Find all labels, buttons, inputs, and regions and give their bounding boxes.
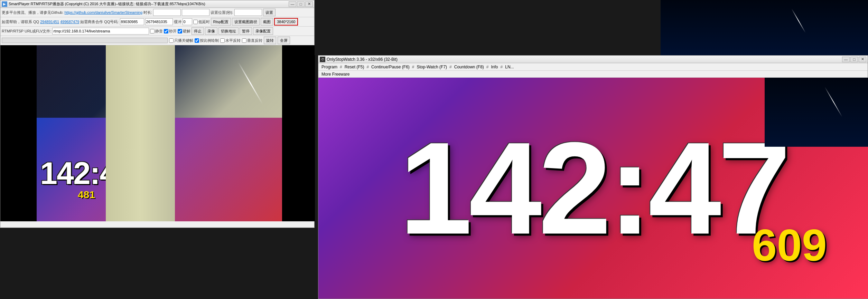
menu-continue-pause[interactable]: Continue/Pause (F6) [370, 64, 411, 70]
lowdelay-label: 低延时 [198, 19, 210, 25]
smartplayer-icon: ▶ [2, 1, 7, 7]
vmirror-label: 垂直反转 [247, 38, 262, 43]
url-label: RTMP/RTSP URL或FLV文件: [2, 29, 51, 34]
hmirror-label: 水平反转 [225, 38, 241, 43]
menu-countdown[interactable]: Countdown (F8) [452, 64, 486, 70]
ratio-label: 按比例绘制 [200, 38, 219, 43]
mute-label: 静音 [155, 29, 163, 34]
menu-program[interactable]: Program [320, 64, 339, 70]
keyframe-checkbox[interactable] [169, 38, 174, 43]
smartplayer-maximize-btn[interactable]: □ [297, 1, 305, 7]
stopwatch-titlebar: ⏱ OnlyStopWatch 3.36 - x32/x86 (32-Bit) … [318, 56, 868, 63]
menu-sep2: # [366, 65, 369, 69]
qq2-input[interactable] [145, 18, 173, 25]
menu-sep1: # [340, 65, 342, 69]
record-config-button[interactable]: 录像配置 [253, 27, 273, 35]
smartplayer-close-btn[interactable]: ✕ [305, 1, 313, 7]
stopwatch-minimize-btn[interactable]: — [842, 57, 850, 62]
row2-buffer-label: 缓冲 [174, 19, 181, 25]
screenshot-button[interactable]: 截图 [261, 18, 273, 26]
smartplayer-toolbar-row1: 更多平台推流、播放，请参见Github: https://github.com/… [0, 8, 314, 17]
keyframe-checkbox-wrap: 只播关键帧 [169, 38, 193, 43]
set-button[interactable]: 设置 [263, 9, 276, 16]
qq1-input[interactable] [120, 18, 144, 25]
menu-ln[interactable]: LN... [503, 64, 515, 70]
menu-sep5: # [486, 65, 489, 69]
menu-info[interactable]: Info [489, 64, 500, 70]
row1-label3: 设置位置(秒): [211, 10, 233, 15]
resolution-button[interactable]: 3840*2160 [274, 18, 298, 26]
mute-checkbox[interactable] [150, 29, 155, 33]
stop-button[interactable]: 停止 [192, 27, 204, 35]
smartplayer-url-row: RTMP/RTSP URL或FLV文件: 静音 秒开 硬解 停止 录像 切换地址… [0, 27, 314, 36]
rtsp-config-button[interactable]: Rtsp配置 [211, 18, 231, 26]
video-content: 142:47 481 [37, 45, 282, 221]
video-black-right [282, 45, 315, 221]
video-wall [106, 45, 175, 221]
stopwatch-close-btn[interactable]: ✕ [859, 57, 866, 62]
stopwatch-window-controls: — □ ✕ [842, 57, 866, 62]
stopwatch-title: OnlyStopWatch 3.36 - x32/x86 (32-Bit) [327, 57, 842, 62]
smartplayer-window: ▶ SmartPlayer RTMP/RTSP播放器 (Copyright (C… [0, 0, 315, 228]
switch-button[interactable]: 切换地址 [218, 27, 239, 35]
hmirror-checkbox[interactable] [220, 38, 225, 43]
fullscreen-button[interactable]: 全屏 [278, 37, 290, 44]
row2-qq2-link[interactable]: 499687479 [60, 20, 79, 24]
row1-label1: 更多平台推流、播放，请参见Github: [2, 10, 63, 15]
stopwatch-icon: ⏱ [320, 57, 325, 62]
mute-checkbox-wrap: 静音 [150, 29, 163, 34]
ratio-checkbox-wrap: 按比例绘制 [195, 38, 219, 43]
hw-checkbox-wrap: 硬解 [178, 29, 190, 34]
duration-input[interactable] [153, 9, 181, 16]
record-button[interactable]: 录像 [205, 27, 217, 35]
stopwatch-time-display: 142:47 [399, 113, 787, 264]
smartplayer-controls-row: 只播关键帧 按比例绘制 水平反转 垂直反转 旋转 全屏 [0, 36, 314, 45]
vmirror-checkbox-wrap: 垂直反转 [242, 38, 262, 43]
vmirror-checkbox[interactable] [242, 38, 246, 43]
video-area: 142:47 481 [0, 45, 315, 221]
stopwatch-menubar1: Program # Reset (F5) # Continue/Pause (F… [318, 63, 868, 71]
video-black-left [0, 45, 37, 221]
lowdelay-checkbox[interactable] [193, 20, 198, 24]
second-label: 秒开 [169, 29, 177, 34]
keyframe-label: 只播关键帧 [174, 38, 193, 43]
smartplayer-titlebar: ▶ SmartPlayer RTMP/RTSP播放器 (Copyright (C… [0, 0, 314, 8]
stopwatch-menubar2: More Freeware [318, 71, 868, 78]
menu-stopwatch[interactable]: Stop-Watch (F7) [415, 64, 449, 70]
progress-bar[interactable] [2, 38, 168, 43]
hmirror-checkbox-wrap: 水平反转 [220, 38, 241, 43]
buffer-input[interactable] [183, 18, 192, 25]
hw-label: 硬解 [183, 29, 190, 34]
stopwatch-night-sky [765, 78, 868, 147]
row2-label2: 如需商务合作 QQ号码: [80, 19, 119, 25]
smartplayer-window-controls: — □ ✕ [289, 1, 313, 7]
row1-github-link[interactable]: https://github.com/daniulive/SmarterStre… [64, 10, 142, 15]
stopwatch-sub-display: 609 [752, 219, 827, 271]
position-input[interactable] [234, 9, 262, 16]
hw-checkbox[interactable] [178, 29, 182, 33]
lowdelay-checkbox-wrap: 低延时 [193, 19, 210, 25]
row1-label2: 时长: [143, 10, 152, 15]
ratio-checkbox[interactable] [195, 38, 199, 43]
menu-more-freeware[interactable]: More Freeware [320, 71, 351, 77]
duration-input2[interactable] [182, 9, 209, 16]
rotate-button[interactable]: 旋转 [264, 37, 276, 44]
desktop-bg-top [315, 0, 868, 55]
row2-label1: 如需帮助，请联系 QQ [2, 19, 39, 25]
smartplayer-toolbar-row2: 如需帮助，请联系 QQ 294891451 499687479 如需商务合作 Q… [0, 17, 314, 27]
stopwatch-window: ⏱ OnlyStopWatch 3.36 - x32/x86 (32-Bit) … [318, 55, 868, 299]
row2-qq1-link[interactable]: 294891451 [40, 20, 59, 24]
stopwatch-maximize-btn[interactable]: □ [850, 57, 858, 62]
second-checkbox[interactable] [164, 29, 168, 33]
screenshot-path-button[interactable]: 设置截图路径 [232, 18, 260, 26]
stopwatch-display: 142:47 609 [318, 78, 868, 299]
menu-sep4: # [449, 65, 452, 69]
menu-sep3: # [412, 65, 414, 69]
second-checkbox-wrap: 秒开 [164, 29, 177, 34]
menu-reset[interactable]: Reset (F5) [343, 64, 366, 70]
url-input[interactable] [52, 28, 149, 35]
bg-night-sky [661, 0, 868, 55]
smartplayer-minimize-btn[interactable]: — [289, 1, 296, 7]
menu-sep6: # [501, 65, 503, 69]
pause-button[interactable]: 暂停 [240, 27, 252, 35]
